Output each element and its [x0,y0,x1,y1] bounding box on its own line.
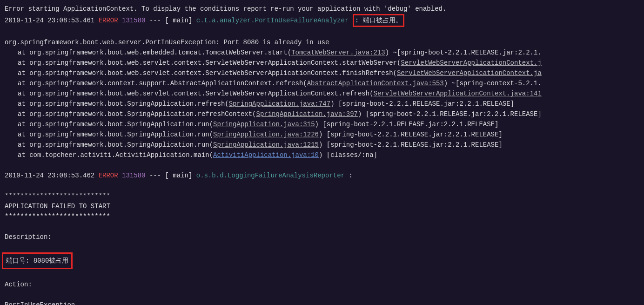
stack-suffix: ) [spring-boot-2.2.1.RELEASE.jar:2.2.1.R… [319,131,503,138]
source-link[interactable]: SpringApplication.java:1215 [213,141,319,149]
stack-suffix: ) [spring-boot-2.2.1.RELEASE.jar:2.2.1.R… [330,100,514,108]
log-timestamp: 2019-11-24 23:08:53.462 [5,172,94,179]
stack-frame: at org.springframework.boot.SpringApplic… [5,109,643,119]
log-pid: 131580 [122,172,145,179]
highlight-box: : 端口被占用。 [353,14,404,27]
stack-at: at [18,110,29,118]
source-link[interactable]: ServletWebServerApplicationContext.java:… [374,90,542,97]
description-label: Description: [5,233,52,241]
log-thread: [ main] [165,172,193,179]
stack-at: at [18,100,29,108]
stack-class: org.springframework.boot.SpringApplicati… [29,131,213,138]
exception-header: org.springframework.boot.web.server.Port… [5,39,329,46]
stack-suffix: ) [classes/:na] [319,151,377,159]
stack-class: org.springframework.boot.web.servlet.con… [29,69,397,77]
stack-at: at [18,69,29,77]
stack-frame: at org.springframework.boot.web.servlet.… [5,58,643,68]
stack-frame: at [18,151,29,159]
stack-suffix: ) ~[spring-boot-2.2.1.RELEASE.jar:2.2.1. [385,49,542,56]
stack-at: at [18,59,29,67]
stack-class: org.springframework.boot.web.servlet.con… [29,59,401,67]
stack-at: at [18,121,29,128]
stack-suffix: ) ~[spring-context-5.2.1. [444,80,542,87]
log-logger: c.t.a.analyzer.PortInUseFailureAnalyzer [196,17,349,24]
stack-at: at [18,141,29,149]
console-text: Error starting ApplicationContext. To di… [5,5,446,13]
stack-at: at [18,80,29,87]
log-logger: o.s.b.d.LoggingFailureAnalysisReporter [196,172,345,179]
stack-suffix: ) [spring-boot-2.2.1.RELEASE.jar:2.2.1.R… [358,110,542,118]
stack-frame: at org.springframework.context.support.A… [5,78,643,88]
source-link[interactable]: AbstractApplicationContext.java:553 [307,80,444,87]
stack-class: org.springframework.context.support.Abst… [29,80,307,87]
highlight-box: 端口号: 8080被占用 [2,252,73,269]
log-timestamp: 2019-11-24 23:08:53.461 [5,17,94,24]
log-message: 端口被占用。 [363,17,402,24]
stack-frame: at org.springframework.boot.SpringApplic… [5,119,643,129]
stack-class: com.topcheer.activiti.ActivitiApplicatio… [29,151,213,159]
log-sep: : [349,172,352,179]
stack-class: org.springframework.boot.SpringApplicati… [29,141,213,149]
stack-at: at [18,49,29,56]
stack-frame: at org.springframework.boot.SpringApplic… [5,129,643,140]
banner-text: APPLICATION FAILED TO START [5,203,110,210]
source-link[interactable]: SpringApplication.java:315 [213,121,315,128]
stack-class: org.springframework.boot.SpringApplicati… [29,121,213,128]
stack-class: org.springframework.boot.SpringApplicati… [29,100,228,108]
log-level-error: ERROR [99,172,118,179]
source-link[interactable]: TomcatWebServer.java:213 [291,49,385,56]
log-level-error: ERROR [99,17,118,24]
banner-stars: *************************** [5,213,110,220]
banner-stars: *************************** [5,192,110,200]
stack-suffix: ) [spring-boot-2.2.1.RELEASE.jar:2.2.1.R… [319,141,503,149]
source-link[interactable]: ServletWebServerApplicationContext.ja [397,69,542,77]
port-occupied-text: 端口号: 8080被占用 [6,257,68,264]
stack-trace: at org.springframework.boot.web.embedded… [5,47,643,150]
stack-class: org.springframework.boot.web.embedded.to… [29,49,291,56]
stack-class: org.springframework.boot.SpringApplicati… [29,110,256,118]
stack-suffix: ) [spring-boot-2.2.1.RELEASE.jar:2.2.1.R… [315,121,499,128]
stack-class: org.springframework.boot.web.servlet.con… [29,90,373,97]
source-link[interactable]: SpringApplication.java:397 [256,110,358,118]
stack-at: at [18,90,29,97]
stack-frame: at org.springframework.boot.web.servlet.… [5,88,643,99]
log-pid: 131580 [122,17,145,24]
log-dashes: --- [149,172,161,179]
log-thread: [ main] [165,17,193,24]
log-dashes: --- [149,17,161,24]
port-exception-text: PortInUseException [5,301,75,305]
source-link[interactable]: SpringApplication.java:747 [229,100,330,108]
source-link[interactable]: SpringApplication.java:1226 [213,131,319,138]
stack-frame: at org.springframework.boot.SpringApplic… [5,99,643,109]
stack-frame: at org.springframework.boot.SpringApplic… [5,140,643,150]
source-link[interactable]: ActivitiApplication.java:10 [213,151,319,159]
source-link[interactable]: ServletWebServerApplicationContext.j [401,59,541,67]
stack-frame: at org.springframework.boot.web.servlet.… [5,68,643,78]
stack-frame: at org.springframework.boot.web.embedded… [5,47,643,58]
stack-at: at [18,131,29,138]
action-label: Action: [5,281,32,288]
